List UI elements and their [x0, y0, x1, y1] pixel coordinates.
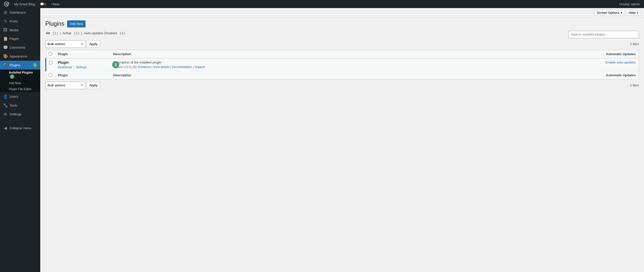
- submenu-plugin-file-editor[interactable]: Plugin File Editor: [0, 86, 40, 92]
- bulk-actions-select-top[interactable]: Bulk actions: [45, 40, 86, 48]
- documentation-link[interactable]: Documentation: [172, 65, 192, 69]
- submenu-installed-plugins[interactable]: Installed Plugins 1: [0, 70, 40, 80]
- plugin-description-text: Description of the installed plugin.: [113, 60, 493, 64]
- screen-options-chevron: ▾: [621, 11, 622, 14]
- search-input[interactable]: [569, 31, 639, 38]
- filter-all-label: All: [46, 31, 50, 35]
- settings-link[interactable]: Settings: [76, 65, 87, 69]
- sidebar-item-label-pages: Pages: [10, 37, 19, 41]
- sidebar-item-label-media: Media: [10, 28, 18, 32]
- deactivate-link[interactable]: Deactivate: [58, 65, 72, 69]
- sidebar-item-label-plugins: Plugins: [10, 63, 20, 67]
- header-checkbox-col: [46, 50, 55, 58]
- footer-auto-updates-col: Automatic Updates: [496, 71, 639, 79]
- sidebar-item-media[interactable]: 🖼 Media: [0, 26, 40, 34]
- sidebar-item-appearance[interactable]: 🎨 Appearance: [0, 52, 40, 61]
- howdy-item[interactable]: Howdy, admin: [618, 0, 642, 8]
- sidebar: ⊞ Dashboard ✎ Posts 🖼 Media 📋 Pages 💬 Co…: [0, 8, 40, 272]
- appearance-icon: 🎨: [3, 54, 8, 59]
- tablenav-top: Bulk actions Apply 1 item: [45, 40, 639, 48]
- collapse-icon: ◀: [3, 126, 8, 130]
- sidebar-item-users[interactable]: 👤 Users: [0, 92, 40, 101]
- plugin-cell: Plugin Deactivate | Settings: [55, 58, 110, 71]
- row-checkbox-cell: [46, 58, 55, 71]
- enable-auto-updates-link[interactable]: Enable auto-updates: [606, 60, 636, 64]
- auto-updates-cell: Enable auto-updates: [496, 58, 639, 71]
- media-icon: 🖼: [3, 28, 8, 32]
- comment-icon: 💬: [40, 2, 44, 6]
- wp-logo-item[interactable]: [2, 0, 11, 8]
- site-name-item[interactable]: My Great Blog: [12, 0, 37, 8]
- description-cell: Description of the installed plugin. Ver…: [110, 58, 496, 71]
- sidebar-item-settings[interactable]: ⚙ Settings: [0, 110, 40, 119]
- collapse-label: Collapse menu: [10, 126, 31, 130]
- filter-auto-updates-label: Auto-updates Disabled: [84, 31, 117, 35]
- page-title-wrap: Plugins Add New: [45, 20, 639, 28]
- tools-icon: 🔧: [3, 103, 8, 108]
- footer-plugin-col: Plugin: [55, 71, 110, 79]
- page-title: Plugins: [45, 20, 64, 28]
- plugins-icon: 🔌: [3, 63, 8, 67]
- dashboard-icon: ⊞: [3, 10, 8, 15]
- installed-plugins-badge: 1: [10, 74, 14, 79]
- new-label: New: [53, 2, 59, 6]
- plugins-table: Plugin Description Automatic Updates: [45, 50, 639, 80]
- filter-active-label: Active: [62, 31, 71, 35]
- sidebar-item-pages[interactable]: 📋 Pages: [0, 34, 40, 43]
- view-details-link[interactable]: View details: [153, 65, 169, 69]
- site-name: My Great Blog: [14, 2, 35, 6]
- plus-icon: +: [51, 2, 53, 6]
- plugin-actions: Deactivate | Settings: [58, 65, 107, 69]
- bulk-actions-select-bottom[interactable]: Bulk actions: [45, 82, 86, 89]
- apply-button-bottom[interactable]: Apply: [87, 82, 100, 89]
- plugins-submenu: Installed Plugins 1 Add New Plugin File …: [0, 70, 40, 92]
- select-all-checkbox-top[interactable]: [49, 52, 52, 55]
- sidebar-item-tools[interactable]: 🔧 Tools: [0, 101, 40, 110]
- sidebar-item-posts[interactable]: ✎ Posts: [0, 17, 40, 26]
- plugin-name: Plugin: [58, 60, 107, 64]
- filter-all-count: (1): [52, 31, 58, 35]
- admin-bar: My Great Blog 💬 0 + New Howdy, admin: [0, 0, 644, 8]
- filter-active-count: (1): [73, 31, 79, 35]
- header-plugin-col: Plugin: [55, 50, 110, 58]
- add-new-submenu-label: Add New: [9, 81, 21, 85]
- filter-active-link[interactable]: Active (1): [62, 31, 80, 35]
- support-link[interactable]: Support: [194, 65, 205, 69]
- tablenav-top-right: 1 item: [630, 42, 639, 46]
- comments-icon: 💬: [3, 45, 8, 50]
- help-button[interactable]: Help ▾: [626, 10, 641, 16]
- add-new-button[interactable]: Add New: [67, 20, 86, 27]
- new-content-item[interactable]: + New: [49, 0, 61, 8]
- filter-auto-updates-link[interactable]: Auto-updates Disabled (1): [84, 31, 126, 35]
- filter-auto-updates-count: (1): [119, 31, 125, 35]
- author-link[interactable]: Enwikuna: [138, 65, 151, 69]
- comments-item[interactable]: 💬 0: [38, 0, 48, 8]
- apply-button-top[interactable]: Apply: [87, 40, 100, 48]
- footer-description-col: Description: [110, 71, 496, 79]
- sidebar-item-plugins[interactable]: 🔌 Plugins 1: [0, 61, 40, 70]
- pages-icon: 📋: [3, 36, 8, 41]
- tablenav-bottom-left: Bulk actions Apply: [45, 82, 100, 89]
- item-count-top: 1 item: [630, 42, 639, 46]
- sidebar-item-comments[interactable]: 💬 Comments: [0, 43, 40, 52]
- sidebar-item-label-posts: Posts: [10, 19, 18, 23]
- table-foot: Plugin Description Automatic Updates: [46, 71, 639, 79]
- filter-all-link[interactable]: All (1): [45, 31, 59, 35]
- plugins-content-area: Plugins Add New All (1) | Active (1) | A: [40, 18, 644, 96]
- header-description-col: Description: [110, 50, 496, 58]
- table-row: Plugin Deactivate | Settings: [46, 58, 639, 71]
- tablenav-bottom-right: 1 item: [630, 83, 639, 87]
- submenu-add-new[interactable]: Add New: [0, 80, 40, 86]
- sidebar-item-label-dashboard: Dashboard: [10, 11, 26, 14]
- table-body: Plugin Deactivate | Settings: [46, 58, 639, 71]
- sidebar-item-collapse[interactable]: ◀ Collapse menu: [0, 124, 40, 132]
- help-label: Help: [629, 11, 635, 15]
- comments-count: 0: [44, 2, 46, 6]
- row-checkbox[interactable]: [49, 61, 52, 64]
- settings-icon: ⚙: [3, 112, 8, 117]
- installed-plugins-label: Installed Plugins: [9, 71, 33, 74]
- sidebar-item-label-tools: Tools: [10, 104, 17, 107]
- sidebar-item-dashboard[interactable]: ⊞ Dashboard: [0, 8, 40, 17]
- screen-options-button[interactable]: Screen Options ▾: [594, 10, 625, 16]
- select-all-checkbox-bottom[interactable]: [49, 73, 52, 77]
